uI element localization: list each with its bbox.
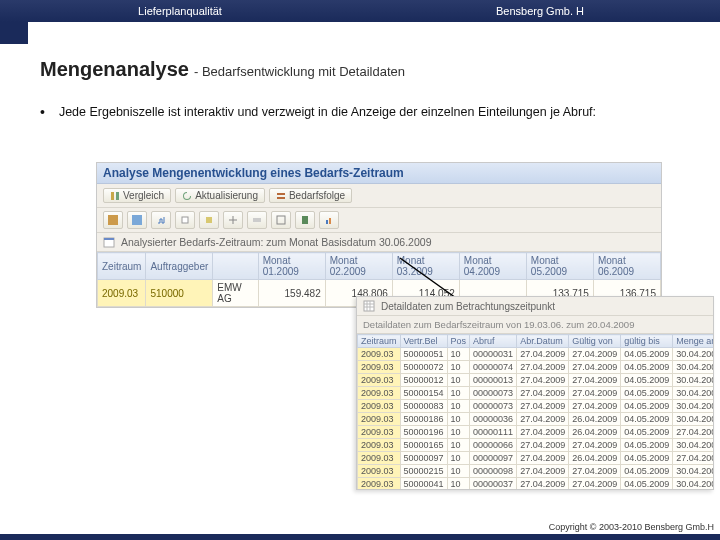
grid2-col[interactable]: Pos (447, 335, 470, 348)
grid2-cell[interactable]: 00000073 (470, 400, 517, 413)
grid2-cell[interactable]: 30.04.2009 (673, 374, 713, 387)
grid2-cell[interactable]: 50000097 (400, 452, 447, 465)
grid2-cell[interactable]: 00000073 (470, 387, 517, 400)
grid2-col[interactable]: Gültig von (569, 335, 621, 348)
grid2-cell[interactable]: 2009.03 (358, 439, 401, 452)
grid2-cell[interactable]: 00000074 (470, 361, 517, 374)
toolbar-icon[interactable] (223, 211, 243, 229)
grid2-cell[interactable]: 10 (447, 465, 470, 478)
col-m2[interactable]: Monat 02.2009 (325, 253, 392, 280)
grid2-cell[interactable]: 2009.03 (358, 426, 401, 439)
col-zeitraum[interactable]: Zeitraum (98, 253, 146, 280)
grid2-cell[interactable]: 2009.03 (358, 400, 401, 413)
grid2-cell[interactable]: 27.04.2009 (517, 400, 569, 413)
grid2-cell[interactable]: 00000066 (470, 439, 517, 452)
grid2-cell[interactable]: 10 (447, 426, 470, 439)
grid2-cell[interactable]: 04.05.2009 (621, 426, 673, 439)
grid2-cell[interactable]: 50000186 (400, 413, 447, 426)
grid2-cell[interactable]: 10 (447, 348, 470, 361)
grid2-cell[interactable]: 00000031 (470, 348, 517, 361)
grid2-cell[interactable]: 50000196 (400, 426, 447, 439)
toolbar-icon[interactable] (151, 211, 171, 229)
grid2-cell[interactable]: 50000041 (400, 478, 447, 490)
grid2-cell[interactable]: 10 (447, 387, 470, 400)
grid2-cell[interactable]: 10 (447, 452, 470, 465)
grid2-cell[interactable]: 10 (447, 400, 470, 413)
grid2-col[interactable]: Menge am (673, 335, 713, 348)
cell[interactable]: EMW AG (213, 280, 258, 307)
toolbar-icon[interactable] (247, 211, 267, 229)
grid2-cell[interactable]: 27.04.2009 (569, 478, 621, 490)
grid2-cell[interactable]: 27.04.2009 (517, 387, 569, 400)
toolbar-icon[interactable] (319, 211, 339, 229)
grid2-cell[interactable]: 04.05.2009 (621, 361, 673, 374)
grid2-cell[interactable]: 04.05.2009 (621, 400, 673, 413)
toolbar-icon[interactable] (127, 211, 147, 229)
grid2-cell[interactable]: 04.05.2009 (621, 478, 673, 490)
grid2-cell[interactable]: 10 (447, 374, 470, 387)
grid2-cell[interactable]: 27.04.2009 (569, 374, 621, 387)
grid2-cell[interactable]: 27.04.2009 (517, 465, 569, 478)
grid2-cell[interactable]: 30.04.2009 (673, 348, 713, 361)
grid2-cell[interactable]: 27.04.2009 (673, 426, 713, 439)
cell[interactable]: 159.482 (258, 280, 325, 307)
toolbar-icon[interactable] (175, 211, 195, 229)
grid2-cell[interactable]: 27.04.2009 (673, 452, 713, 465)
grid2-cell[interactable]: 04.05.2009 (621, 348, 673, 361)
grid2-cell[interactable]: 30.04.2009 (673, 361, 713, 374)
grid2-cell[interactable]: 2009.03 (358, 348, 401, 361)
grid2-cell[interactable]: 10 (447, 439, 470, 452)
col-m6[interactable]: Monat 06.2009 (593, 253, 660, 280)
grid2-cell[interactable]: 27.04.2009 (569, 387, 621, 400)
grid2-cell[interactable]: 04.05.2009 (621, 452, 673, 465)
grid2-col[interactable]: Abr.Datum (517, 335, 569, 348)
grid2-cell[interactable]: 27.04.2009 (517, 413, 569, 426)
grid2-cell[interactable]: 04.05.2009 (621, 465, 673, 478)
grid2-cell[interactable]: 50000072 (400, 361, 447, 374)
grid2-cell[interactable]: 27.04.2009 (569, 361, 621, 374)
grid2-cell[interactable]: 04.05.2009 (621, 413, 673, 426)
col-m1[interactable]: Monat 01.2009 (258, 253, 325, 280)
col-blank[interactable] (213, 253, 258, 280)
grid2-col[interactable]: Abruf (470, 335, 517, 348)
grid2-cell[interactable]: 27.04.2009 (517, 361, 569, 374)
toolbar-icon[interactable] (103, 211, 123, 229)
toolbar-icon[interactable] (271, 211, 291, 229)
grid2-col[interactable]: gültig bis (621, 335, 673, 348)
grid2-cell[interactable]: 04.05.2009 (621, 439, 673, 452)
grid2-cell[interactable]: 2009.03 (358, 413, 401, 426)
grid2-cell[interactable]: 50000165 (400, 439, 447, 452)
grid2-cell[interactable]: 10 (447, 413, 470, 426)
grid2-cell[interactable]: 00000097 (470, 452, 517, 465)
grid2-cell[interactable]: 2009.03 (358, 478, 401, 490)
grid2-cell[interactable]: 27.04.2009 (569, 400, 621, 413)
grid2-cell[interactable]: 30.04.2009 (673, 413, 713, 426)
col-auftraggeber[interactable]: Auftraggeber (146, 253, 213, 280)
grid2-cell[interactable]: 27.04.2009 (517, 452, 569, 465)
grid2-cell[interactable]: 04.05.2009 (621, 374, 673, 387)
grid2-cell[interactable]: 30.04.2009 (673, 387, 713, 400)
grid2-cell[interactable]: 50000051 (400, 348, 447, 361)
grid2-cell[interactable]: 27.04.2009 (569, 348, 621, 361)
grid2-cell[interactable]: 30.04.2009 (673, 478, 713, 490)
bedarfsfolge-button[interactable]: Bedarfsfolge (269, 188, 352, 203)
grid2-cell[interactable]: 26.04.2009 (569, 426, 621, 439)
grid2-col[interactable]: Vertr.Bel (400, 335, 447, 348)
grid2-cell[interactable]: 10 (447, 478, 470, 490)
grid2-cell[interactable]: 27.04.2009 (569, 465, 621, 478)
grid2-cell[interactable]: 00000111 (470, 426, 517, 439)
grid2-cell[interactable]: 27.04.2009 (517, 348, 569, 361)
grid2-cell[interactable]: 27.04.2009 (517, 374, 569, 387)
toolbar-icon[interactable] (199, 211, 219, 229)
grid2-cell[interactable]: 27.04.2009 (517, 426, 569, 439)
col-m5[interactable]: Monat 05.2009 (526, 253, 593, 280)
aktualisierung-button[interactable]: Aktualisierung (175, 188, 265, 203)
grid2-cell[interactable]: 27.04.2009 (517, 439, 569, 452)
toolbar-icon[interactable] (295, 211, 315, 229)
grid2-cell[interactable]: 50000154 (400, 387, 447, 400)
cell[interactable]: 2009.03 (98, 280, 146, 307)
grid2-cell[interactable]: 2009.03 (358, 465, 401, 478)
grid2-cell[interactable]: 04.05.2009 (621, 387, 673, 400)
grid2-cell[interactable]: 00000013 (470, 374, 517, 387)
grid2-cell[interactable]: 27.04.2009 (517, 478, 569, 490)
